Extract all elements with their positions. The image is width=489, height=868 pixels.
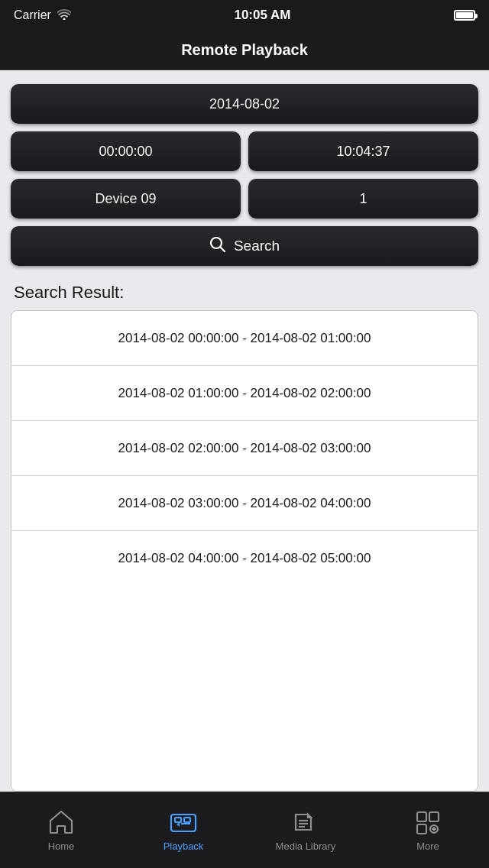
status-right [454, 10, 475, 21]
tab-media-library[interactable]: Media Library [244, 792, 367, 868]
carrier-label: Carrier [14, 8, 51, 22]
start-time-button[interactable]: 00:00:00 [11, 131, 241, 171]
results-container: 2014-08-02 00:00:00 - 2014-08-02 01:00:0… [11, 310, 478, 792]
svg-rect-3 [175, 818, 181, 822]
result-text: 2014-08-02 02:00:00 - 2014-08-02 03:00:0… [118, 441, 371, 456]
status-time: 10:05 AM [234, 8, 290, 23]
date-value: 2014-08-02 [209, 96, 280, 112]
search-label: Search [234, 238, 280, 254]
media-library-icon [292, 808, 319, 836]
end-time-button[interactable]: 10:04:37 [248, 131, 478, 171]
tab-home-label: Home [48, 840, 75, 852]
svg-rect-10 [429, 812, 439, 821]
search-button[interactable]: Search [11, 226, 478, 266]
search-row: Search [11, 226, 478, 266]
result-text: 2014-08-02 01:00:00 - 2014-08-02 02:00:0… [118, 386, 371, 401]
wifi-icon [57, 9, 71, 22]
result-item[interactable]: 2014-08-02 02:00:00 - 2014-08-02 03:00:0… [11, 421, 478, 476]
tab-home[interactable]: Home [0, 792, 122, 868]
device-value: Device 09 [95, 191, 156, 207]
search-result-label: Search Result: [14, 283, 124, 302]
home-icon [47, 808, 75, 836]
result-text: 2014-08-02 00:00:00 - 2014-08-02 01:00:0… [118, 331, 371, 346]
main-content: 2014-08-02 00:00:00 10:04:37 Device 09 1 [0, 70, 489, 792]
date-row: 2014-08-02 [11, 84, 478, 124]
search-icon [209, 236, 226, 257]
svg-rect-11 [417, 824, 426, 834]
tab-more[interactable]: More [367, 792, 489, 868]
device-button[interactable]: Device 09 [11, 179, 241, 219]
result-text: 2014-08-02 03:00:00 - 2014-08-02 04:00:0… [118, 496, 371, 511]
time-row: 00:00:00 10:04:37 [11, 131, 478, 171]
tab-media-library-label: Media Library [276, 840, 336, 852]
nav-title: Remote Playback [181, 41, 308, 59]
controls-section: 2014-08-02 00:00:00 10:04:37 Device 09 1 [0, 70, 489, 272]
device-row: Device 09 1 [11, 179, 478, 219]
tab-more-label: More [416, 840, 439, 852]
nav-bar: Remote Playback [0, 31, 489, 70]
playback-icon [170, 808, 197, 836]
search-result-header: Search Result: [0, 272, 489, 310]
date-button[interactable]: 2014-08-02 [11, 84, 478, 124]
svg-line-1 [220, 247, 225, 251]
result-item[interactable]: 2014-08-02 00:00:00 - 2014-08-02 01:00:0… [11, 311, 478, 366]
result-item[interactable]: 2014-08-02 04:00:00 - 2014-08-02 05:00:0… [11, 531, 478, 586]
tab-bar: Home Playback Media Library [0, 792, 489, 868]
end-time-value: 10:04:37 [336, 144, 390, 160]
result-item[interactable]: 2014-08-02 03:00:00 - 2014-08-02 04:00:0… [11, 476, 478, 531]
result-item[interactable]: 2014-08-02 01:00:00 - 2014-08-02 02:00:0… [11, 366, 478, 421]
status-bar: Carrier 10:05 AM [0, 0, 489, 31]
svg-rect-9 [417, 812, 426, 821]
svg-rect-4 [184, 818, 190, 822]
tab-playback-label: Playback [164, 840, 204, 852]
channel-value: 1 [359, 191, 367, 207]
result-text: 2014-08-02 04:00:00 - 2014-08-02 05:00:0… [118, 551, 371, 566]
tab-playback[interactable]: Playback [122, 792, 244, 868]
more-icon [414, 808, 442, 836]
channel-button[interactable]: 1 [248, 179, 478, 219]
start-time-value: 00:00:00 [99, 144, 152, 160]
battery-icon [454, 10, 475, 21]
status-left: Carrier [14, 8, 71, 22]
